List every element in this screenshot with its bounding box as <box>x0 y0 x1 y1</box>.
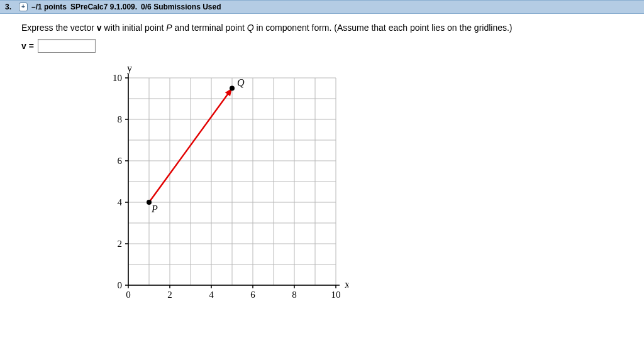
expand-icon[interactable]: + <box>19 3 28 11</box>
svg-text:10: 10 <box>113 73 122 83</box>
prompt-text: in component form. (Assume that each poi… <box>254 23 513 33</box>
svg-text:2: 2 <box>118 239 123 249</box>
question-content: Express the vector v with initial point … <box>0 14 644 321</box>
svg-point-52 <box>147 200 152 205</box>
answer-label: v = <box>21 41 34 51</box>
svg-text:10: 10 <box>331 290 341 300</box>
answer-row: v = <box>21 39 623 53</box>
svg-text:8: 8 <box>292 290 297 300</box>
points-label: –/1 points <box>31 3 67 11</box>
question-prompt: Express the vector v with initial point … <box>21 23 623 33</box>
prompt-vector: v <box>97 23 102 33</box>
submissions-used: 0/6 Submissions Used <box>141 3 221 11</box>
question-number: 3. <box>5 3 11 11</box>
svg-text:8: 8 <box>118 114 123 124</box>
prompt-text: and terminal point <box>172 23 247 33</box>
prompt-point-p: P <box>166 23 172 33</box>
svg-text:6: 6 <box>250 290 255 300</box>
svg-point-54 <box>230 86 235 91</box>
graph-svg: 02468100246810xyPQ <box>97 65 348 310</box>
svg-text:P: P <box>151 204 158 214</box>
prompt-point-q: Q <box>247 23 254 33</box>
svg-text:4: 4 <box>118 197 123 207</box>
svg-text:y: y <box>127 65 132 74</box>
prompt-text: Express the vector <box>21 23 97 33</box>
answer-input[interactable] <box>38 39 96 53</box>
assignment-code: SPreCalc7 9.1.009. <box>70 3 137 11</box>
svg-text:x: x <box>345 279 348 290</box>
svg-text:6: 6 <box>118 156 123 166</box>
prompt-text: with initial point <box>102 23 167 33</box>
svg-text:0: 0 <box>118 280 123 290</box>
svg-text:2: 2 <box>167 290 172 300</box>
svg-text:0: 0 <box>126 290 131 300</box>
svg-text:4: 4 <box>209 290 214 300</box>
question-header: 3. + –/1 points SPreCalc7 9.1.009. 0/6 S… <box>0 0 644 14</box>
svg-text:Q: Q <box>237 77 245 88</box>
vector-graph: 02468100246810xyPQ <box>97 65 623 312</box>
